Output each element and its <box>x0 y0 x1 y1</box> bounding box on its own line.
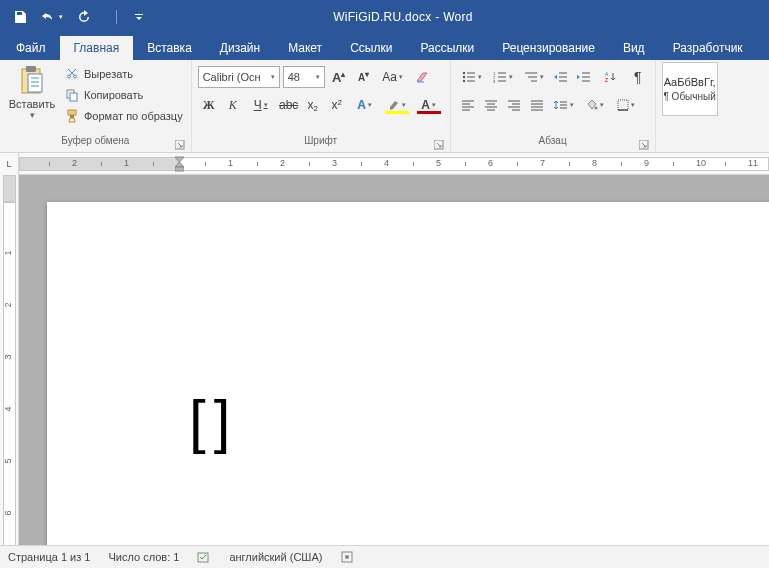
svg-point-14 <box>462 80 464 82</box>
tab-insert[interactable]: Вставка <box>133 36 206 60</box>
change-case-button[interactable]: Aa▾ <box>378 66 408 88</box>
style-name: ¶ Обычный <box>663 91 715 102</box>
show-marks-button[interactable]: ¶ <box>627 66 649 88</box>
tab-developer[interactable]: Разработчик <box>659 36 757 60</box>
tab-layout[interactable]: Макет <box>274 36 336 60</box>
bullets-button[interactable]: ▾ <box>457 66 487 88</box>
brush-icon <box>64 108 80 124</box>
svg-point-54 <box>594 107 597 110</box>
font-size-selector[interactable]: 48▾ <box>283 66 325 88</box>
style-normal[interactable]: АаБбВвГг, ¶ Обычный <box>662 62 718 116</box>
status-page[interactable]: Страница 1 из 1 <box>8 551 90 563</box>
svg-rect-55 <box>618 100 628 110</box>
document-area[interactable]: [] <box>19 175 769 545</box>
justify-button[interactable] <box>526 94 548 116</box>
cut-button[interactable]: Вырезать <box>62 65 185 83</box>
tab-design[interactable]: Дизайн <box>206 36 274 60</box>
tab-view[interactable]: Вид <box>609 36 659 60</box>
group-label-font: Шрифт <box>198 135 444 152</box>
format-painter-label: Формат по образцу <box>84 110 183 122</box>
svg-rect-7 <box>70 93 77 101</box>
save-button[interactable] <box>6 6 34 28</box>
group-font: Calibri (Осн▾ 48▾ A▴ A▾ Aa▾ Ж К Ч▾ abc x… <box>192 60 451 152</box>
cut-label: Вырезать <box>84 68 133 80</box>
increase-indent-button[interactable] <box>573 66 595 88</box>
tab-home[interactable]: Главная <box>60 36 134 60</box>
font-dialog-launcher[interactable] <box>434 140 444 150</box>
group-paragraph: ▾ 123▾ ▾ AZ ¶ ▾ ▾ ▾ Абзац <box>451 60 656 152</box>
line-spacing-button[interactable]: ▾ <box>549 94 579 116</box>
scissors-icon <box>64 66 80 82</box>
paste-button[interactable]: Вставить ▾ <box>6 62 58 135</box>
borders-button[interactable]: ▾ <box>611 94 641 116</box>
align-center-button[interactable] <box>480 94 502 116</box>
status-word-count[interactable]: Число слов: 1 <box>108 551 179 563</box>
paragraph-dialog-launcher[interactable] <box>639 140 649 150</box>
redo-button[interactable] <box>70 6 98 28</box>
status-macro[interactable] <box>340 550 354 564</box>
tab-references[interactable]: Ссылки <box>336 36 406 60</box>
superscript-button[interactable]: x2 <box>326 94 348 116</box>
svg-rect-1 <box>26 66 36 72</box>
paste-label: Вставить <box>9 98 56 110</box>
status-bar: Страница 1 из 1 Число слов: 1 английский… <box>0 545 769 568</box>
group-clipboard: Вставить ▾ Вырезать Копировать Формат по… <box>0 60 192 152</box>
multilevel-list-button[interactable]: ▾ <box>519 66 549 88</box>
copy-label: Копировать <box>84 89 143 101</box>
strikethrough-button[interactable]: abc <box>278 94 300 116</box>
shrink-font-button[interactable]: A▾ <box>353 66 375 88</box>
document-text: [] <box>189 387 238 456</box>
horizontal-ruler[interactable]: 211234567891011 <box>19 153 769 174</box>
shading-button[interactable]: ▾ <box>580 94 610 116</box>
ruler-area: L 211234567891011 <box>0 153 769 175</box>
copy-icon <box>64 87 80 103</box>
svg-rect-58 <box>175 167 184 171</box>
indent-marker[interactable] <box>175 153 184 171</box>
copy-button[interactable]: Копировать <box>62 86 185 104</box>
font-name-selector[interactable]: Calibri (Осн▾ <box>198 66 280 88</box>
tab-mailings[interactable]: Рассылки <box>406 36 488 60</box>
status-proofing[interactable] <box>197 550 211 564</box>
highlight-color-button[interactable]: ▾ <box>382 94 412 116</box>
tab-file[interactable]: Файл <box>2 36 60 60</box>
status-language[interactable]: английский (США) <box>229 551 322 563</box>
clear-formatting-button[interactable] <box>411 66 433 88</box>
ribbon: Вставить ▾ Вырезать Копировать Формат по… <box>0 60 769 153</box>
subscript-button[interactable]: x2 <box>302 94 324 116</box>
vertical-ruler[interactable]: 123456 <box>0 175 19 545</box>
quick-access-toolbar: ▾ <box>6 6 153 28</box>
align-right-button[interactable] <box>503 94 525 116</box>
group-label-styles <box>662 135 718 152</box>
sort-button[interactable]: AZ <box>596 66 626 88</box>
svg-text:Z: Z <box>605 77 608 83</box>
ribbon-tabs: Файл Главная Вставка Дизайн Макет Ссылки… <box>0 33 769 60</box>
decrease-indent-button[interactable] <box>550 66 572 88</box>
tab-selector[interactable]: L <box>0 153 19 175</box>
svg-rect-2 <box>28 74 42 92</box>
tab-review[interactable]: Рецензирование <box>488 36 609 60</box>
clipboard-dialog-launcher[interactable] <box>175 140 185 150</box>
paste-dropdown-icon: ▾ <box>30 110 35 120</box>
svg-rect-8 <box>68 110 76 115</box>
text-effects-button[interactable]: A▾ <box>350 94 380 116</box>
title-bar: ▾ WiFiGiD.RU.docx - Word <box>0 0 769 33</box>
window-title: WiFiGiD.RU.docx - Word <box>153 10 653 24</box>
customize-qat-button[interactable] <box>125 6 153 28</box>
bold-button[interactable]: Ж <box>198 94 220 116</box>
svg-point-12 <box>462 72 464 74</box>
group-label-clipboard: Буфер обмена <box>6 135 185 152</box>
italic-button[interactable]: К <box>222 94 244 116</box>
svg-point-13 <box>462 76 464 78</box>
align-left-button[interactable] <box>457 94 479 116</box>
svg-text:3: 3 <box>493 79 496 83</box>
style-preview: АаБбВвГг, <box>664 76 716 88</box>
underline-button[interactable]: Ч▾ <box>246 94 276 116</box>
format-painter-button[interactable]: Формат по образцу <box>62 107 185 125</box>
numbering-button[interactable]: 123▾ <box>488 66 518 88</box>
group-styles: АаБбВвГг, ¶ Обычный <box>656 60 724 152</box>
undo-button[interactable]: ▾ <box>38 6 66 28</box>
page[interactable]: [] <box>47 202 769 545</box>
grow-font-button[interactable]: A▴ <box>328 66 350 88</box>
font-color-button[interactable]: A▾ <box>414 94 444 116</box>
group-label-paragraph: Абзац <box>457 135 649 152</box>
